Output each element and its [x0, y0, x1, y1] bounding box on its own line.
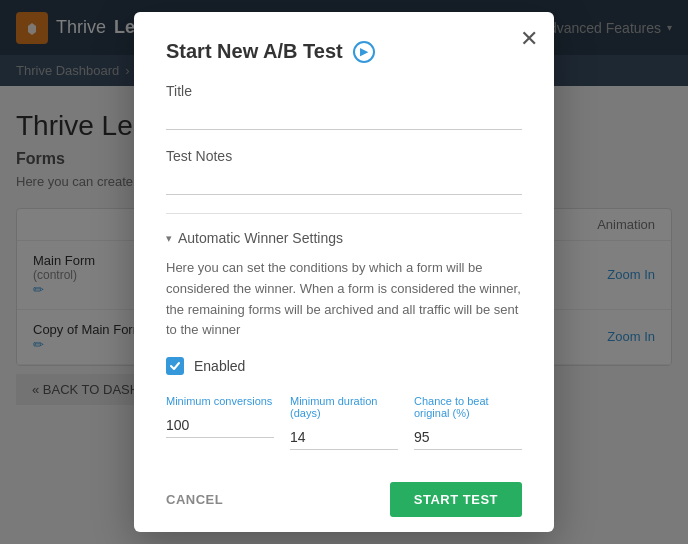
auto-winner-label: Automatic Winner Settings — [178, 230, 343, 246]
title-label: Title — [166, 83, 522, 99]
chance-label: Chance to beat original (%) — [414, 395, 522, 419]
min-duration-label: Minimum duration (days) — [290, 395, 398, 419]
enabled-label: Enabled — [194, 358, 245, 374]
min-duration-field: Minimum duration (days) — [290, 395, 398, 450]
min-duration-input[interactable] — [290, 425, 398, 450]
notes-input[interactable] — [166, 170, 522, 195]
min-conversions-label: Minimum conversions — [166, 395, 274, 407]
chance-field: Chance to beat original (%) — [414, 395, 522, 450]
min-conversions-input[interactable] — [166, 413, 274, 438]
modal-title-row: Start New A/B Test ▶ — [166, 40, 522, 63]
enabled-row: Enabled — [166, 357, 522, 375]
chevron-left-icon: ▾ — [166, 232, 172, 245]
modal-overlay: ✕ Start New A/B Test ▶ Title Test Notes … — [0, 0, 688, 544]
ab-test-modal: ✕ Start New A/B Test ▶ Title Test Notes … — [134, 12, 554, 532]
enabled-checkbox[interactable] — [166, 357, 184, 375]
auto-winner-header[interactable]: ▾ Automatic Winner Settings — [166, 230, 522, 246]
modal-close-button[interactable]: ✕ — [520, 28, 538, 50]
notes-field: Test Notes — [166, 148, 522, 195]
settings-fields-row: Minimum conversions Minimum duration (da… — [166, 395, 522, 450]
chance-input[interactable] — [414, 425, 522, 450]
title-input[interactable] — [166, 105, 522, 130]
start-test-button[interactable]: START TEST — [390, 482, 522, 517]
cancel-button[interactable]: CANCEL — [166, 492, 223, 507]
min-conversions-field: Minimum conversions — [166, 395, 274, 450]
modal-footer: CANCEL START TEST — [166, 474, 522, 517]
modal-title: Start New A/B Test — [166, 40, 343, 63]
notes-label: Test Notes — [166, 148, 522, 164]
title-field: Title — [166, 83, 522, 130]
info-icon[interactable]: ▶ — [353, 41, 375, 63]
auto-winner-description: Here you can set the conditions by which… — [166, 258, 522, 341]
divider — [166, 213, 522, 214]
